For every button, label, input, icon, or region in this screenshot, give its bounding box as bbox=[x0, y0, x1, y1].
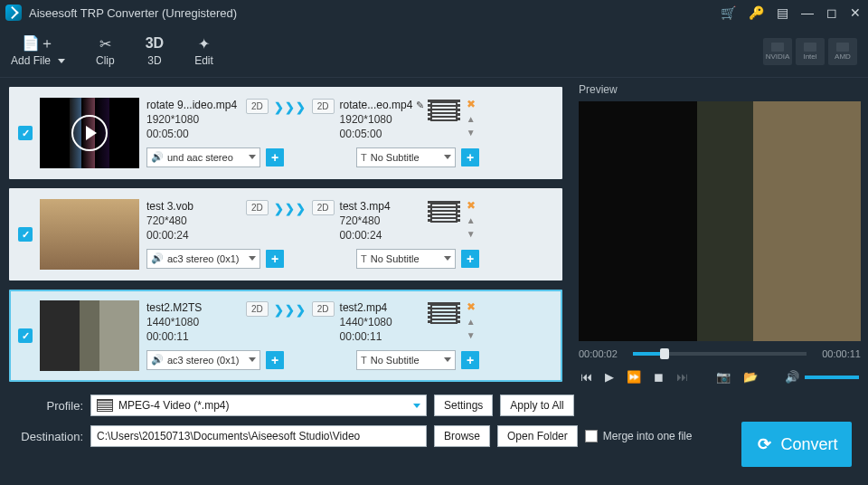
total-time: 00:00:11 bbox=[812, 348, 861, 359]
seek-knob[interactable] bbox=[660, 348, 669, 359]
minimize-icon[interactable]: — bbox=[801, 5, 814, 20]
pencil-icon[interactable]: ✎ bbox=[416, 99, 424, 112]
2d-badge[interactable]: 2D bbox=[312, 200, 335, 215]
add-subtitle-button[interactable]: + bbox=[461, 351, 479, 369]
audio-select[interactable]: 🔊ac3 stereo (0x1) bbox=[146, 249, 260, 269]
stop-icon[interactable]: ◼ bbox=[654, 370, 664, 384]
convert-label: Convert bbox=[780, 435, 837, 454]
gpu-intel[interactable]: Intel bbox=[796, 38, 825, 65]
destination-value: C:\Users\20150713\Documents\Aiseesoft St… bbox=[97, 430, 360, 442]
key-icon[interactable]: 🔑 bbox=[749, 5, 764, 20]
add-subtitle-button[interactable]: + bbox=[461, 250, 479, 268]
apply-all-button[interactable]: Apply to All bbox=[500, 395, 573, 416]
settings-button[interactable]: Settings bbox=[434, 395, 493, 416]
2d-badge[interactable]: 2D bbox=[246, 99, 269, 114]
profile-value: MPEG-4 Video (*.mp4) bbox=[118, 399, 230, 412]
source-duration: 00:00:24 bbox=[146, 228, 241, 242]
arrow-icon: ❯❯❯ bbox=[274, 202, 307, 215]
add-audio-button[interactable]: + bbox=[266, 351, 284, 369]
remove-icon[interactable]: ✖ bbox=[467, 300, 476, 313]
output-duration: 00:00:24 bbox=[340, 228, 425, 242]
merge-checkbox[interactable]: Merge into one file bbox=[585, 430, 693, 442]
menu-icon[interactable]: ▤ bbox=[777, 5, 788, 20]
output-resolution: 1440*1080 bbox=[340, 315, 425, 329]
move-up-icon[interactable]: ▲ bbox=[467, 317, 476, 327]
profile-select[interactable]: MPEG-4 Video (*.mp4) bbox=[90, 395, 427, 416]
thumbnail[interactable] bbox=[40, 300, 139, 371]
speaker-icon: 🔊 bbox=[151, 151, 164, 163]
subtitle-select[interactable]: TNo Subtitle bbox=[356, 147, 456, 167]
2d-badge[interactable]: 2D bbox=[312, 99, 335, 114]
play-icon[interactable]: ▶ bbox=[605, 370, 614, 384]
edit-button[interactable]: ✦ Edit bbox=[194, 35, 213, 67]
2d-badge[interactable]: 2D bbox=[246, 200, 269, 215]
bottom-bar: Profile: MPEG-4 Video (*.mp4) Settings A… bbox=[0, 384, 868, 447]
snapshot-icon[interactable]: 📷 bbox=[716, 370, 731, 384]
edit-label: Edit bbox=[194, 54, 213, 67]
file-item[interactable]: ✓ rotate 9...ideo.mp41920*108000:05:00 2… bbox=[9, 87, 562, 179]
thumbnail[interactable] bbox=[40, 98, 139, 168]
chevron-down-icon bbox=[249, 256, 256, 261]
subtitle-value: No Subtitle bbox=[371, 355, 420, 366]
2d-badge[interactable]: 2D bbox=[312, 301, 335, 317]
source-resolution: 720*480 bbox=[146, 214, 241, 228]
volume-slider[interactable] bbox=[805, 376, 859, 379]
merge-label: Merge into one file bbox=[603, 430, 693, 442]
move-up-icon[interactable]: ▲ bbox=[467, 215, 476, 225]
remove-icon[interactable]: ✖ bbox=[467, 199, 476, 212]
folder-icon[interactable]: 📂 bbox=[743, 370, 758, 384]
source-duration: 00:00:11 bbox=[146, 329, 241, 344]
close-icon[interactable]: ✕ bbox=[850, 5, 861, 20]
gpu-amd[interactable]: AMD bbox=[828, 38, 857, 65]
subtitle-select[interactable]: TNo Subtitle bbox=[356, 350, 456, 370]
add-audio-button[interactable]: + bbox=[266, 250, 284, 268]
audio-select[interactable]: 🔊ac3 stereo (0x1) bbox=[146, 350, 260, 370]
chevron-down-icon bbox=[444, 155, 451, 159]
film-icon bbox=[430, 302, 458, 324]
2d-badge[interactable]: 2D bbox=[246, 301, 269, 317]
add-file-button[interactable]: 📄＋ Add File bbox=[11, 35, 65, 67]
gpu-nvidia[interactable]: NVIDIA bbox=[763, 38, 792, 65]
open-folder-button[interactable]: Open Folder bbox=[497, 425, 578, 447]
move-up-icon[interactable]: ▲ bbox=[467, 114, 476, 124]
clip-button[interactable]: ✂ Clip bbox=[96, 35, 115, 67]
3d-button[interactable]: 3D 3D bbox=[146, 35, 164, 67]
subtitle-select[interactable]: TNo Subtitle bbox=[356, 249, 456, 269]
next-icon[interactable]: ⏭ bbox=[676, 370, 688, 384]
destination-input[interactable]: C:\Users\20150713\Documents\Aiseesoft St… bbox=[90, 425, 427, 447]
film-icon bbox=[97, 399, 113, 412]
cart-icon[interactable]: 🛒 bbox=[721, 5, 736, 20]
remove-icon[interactable]: ✖ bbox=[467, 98, 476, 110]
add-subtitle-button[interactable]: + bbox=[461, 148, 479, 166]
checkbox[interactable]: ✓ bbox=[18, 328, 33, 343]
source-filename: test2.M2TS bbox=[146, 300, 241, 315]
output-duration: 00:00:11 bbox=[340, 329, 425, 344]
file-list: ✓ rotate 9...ideo.mp41920*108000:05:00 2… bbox=[0, 78, 571, 384]
volume-icon[interactable]: 🔊 bbox=[785, 370, 799, 384]
audio-select[interactable]: 🔊und aac stereo bbox=[146, 147, 260, 167]
3d-icon: 3D bbox=[146, 35, 164, 52]
seek-bar[interactable] bbox=[633, 352, 807, 356]
ffwd-icon[interactable]: ⏩ bbox=[627, 370, 641, 384]
move-down-icon[interactable]: ▼ bbox=[467, 229, 476, 239]
file-item[interactable]: ✓ test 3.vob720*48000:00:24 2D ❯❯❯ 2D te… bbox=[9, 188, 562, 281]
move-down-icon[interactable]: ▼ bbox=[467, 330, 476, 340]
checkbox[interactable]: ✓ bbox=[18, 227, 33, 242]
output-duration: 00:05:00 bbox=[340, 127, 425, 141]
titlebar: Aiseesoft TRP Converter (Unregistered) 🛒… bbox=[0, 0, 868, 25]
thumbnail[interactable] bbox=[40, 199, 139, 270]
move-down-icon[interactable]: ▼ bbox=[467, 128, 476, 138]
file-item[interactable]: ✓ test2.M2TS1440*108000:00:11 2D ❯❯❯ 2D … bbox=[9, 290, 562, 382]
browse-button[interactable]: Browse bbox=[434, 425, 490, 447]
add-audio-button[interactable]: + bbox=[266, 148, 284, 166]
preview-panel: Preview 00:00:02 00:00:11 ⏮ ▶ ⏩ ◼ ⏭ 📷 📂 … bbox=[571, 78, 868, 384]
prev-icon[interactable]: ⏮ bbox=[580, 370, 592, 384]
convert-button[interactable]: ⟳ Convert bbox=[741, 422, 852, 467]
checkbox[interactable]: ✓ bbox=[18, 126, 33, 140]
chevron-down-icon[interactable] bbox=[58, 59, 65, 63]
chevron-down-icon bbox=[249, 357, 256, 362]
output-filename: test2.mp4 bbox=[340, 300, 425, 315]
arrow-icon: ❯❯❯ bbox=[274, 100, 307, 114]
maximize-icon[interactable]: ◻ bbox=[826, 5, 837, 20]
preview-video[interactable] bbox=[579, 101, 861, 341]
